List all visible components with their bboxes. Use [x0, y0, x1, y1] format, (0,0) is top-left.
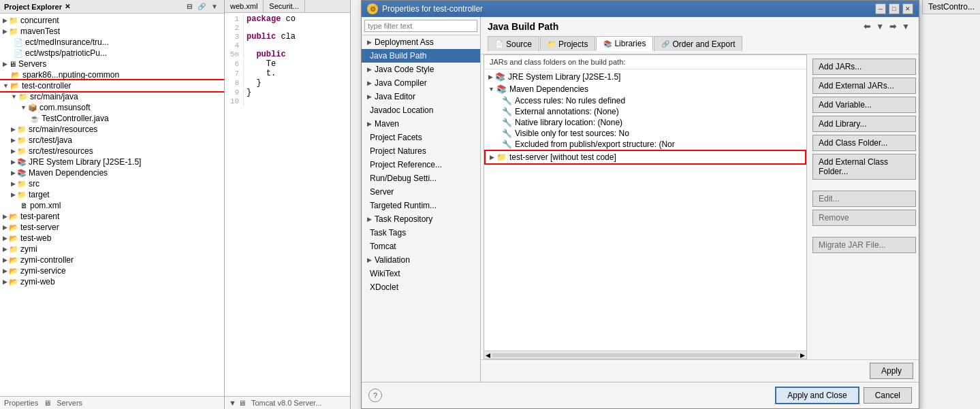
tab-order-export[interactable]: 🔗 Order and Export	[654, 36, 742, 51]
tree-item-target[interactable]: ▶ 📁 target	[0, 189, 224, 200]
down-arrow-icon[interactable]: ▼	[874, 21, 886, 32]
filter-item-deployment[interactable]: ▶ Deployment Ass	[362, 35, 480, 49]
remove-button[interactable]: Remove	[812, 210, 916, 226]
down-arrow2-icon[interactable]: ▼	[900, 21, 912, 32]
filter-item-java-editor[interactable]: ▶ Java Editor	[362, 90, 480, 103]
help-icon[interactable]: ?	[368, 389, 382, 402]
filter-input[interactable]	[364, 20, 477, 32]
filter-item-project-references[interactable]: Project Reference...	[362, 158, 480, 171]
external-annotations-item[interactable]: 🔧 External annotations: (None)	[484, 106, 806, 117]
tree-item-zymi-web[interactable]: ▶ 📂 zymi-web	[0, 276, 224, 287]
tree-item-com-msunsoft[interactable]: ▼ 📦 com.msunsoft	[0, 102, 224, 113]
code-text: }	[247, 88, 251, 97]
tree-item-src-test-res[interactable]: ▶ 📁 src/test/resources	[0, 146, 224, 157]
code-line-1: 1 package co	[225, 14, 350, 24]
filter-item-java-build-path[interactable]: Java Build Path	[362, 49, 480, 63]
tree-item-spark[interactable]: 📂 spark86...nputing-common	[0, 69, 224, 80]
excluded-publish-item[interactable]: 🔧 Excluded from publish/export structure…	[484, 139, 806, 150]
servers-tab[interactable]: Servers	[57, 399, 82, 407]
filter-item-label: Java Code Style	[375, 65, 434, 74]
add-jars-button[interactable]: Add JARs...	[812, 59, 916, 75]
tree-item-wstps[interactable]: 📄 ect/wstps/patrioticPu...	[0, 48, 224, 59]
add-variable-button[interactable]: Add Variable...	[812, 97, 916, 113]
forward-arrow-icon[interactable]: ➡	[887, 21, 898, 32]
migrate-jar-button[interactable]: Migrate JAR File...	[812, 237, 916, 253]
filter-item-project-natures[interactable]: Project Natures	[362, 144, 480, 158]
filter-item-javadoc[interactable]: Javadoc Location	[362, 103, 480, 117]
cancel-button[interactable]: Cancel	[864, 387, 912, 404]
collapse-all-icon[interactable]: ⊟	[185, 2, 194, 11]
tree-item-test-server[interactable]: ▶ 📂 test-server	[0, 222, 224, 233]
filter-item-xdoclet[interactable]: XDoclet	[362, 280, 480, 294]
edit-button[interactable]: Edit...	[812, 191, 916, 207]
add-external-jars-button[interactable]: Add External JARs...	[812, 78, 916, 94]
libraries-tab-icon: 📚	[603, 40, 612, 48]
tab-libraries[interactable]: 📚 Libraries	[596, 36, 653, 51]
jre-library-item[interactable]: ▶ 📚 JRE System Library [J2SE-1.5]	[484, 71, 806, 83]
filter-item-server[interactable]: Server	[362, 185, 480, 199]
add-external-class-folder-button[interactable]: Add External Class Folder...	[812, 154, 916, 180]
tree-item-zymi-service[interactable]: ▶ 📂 zymi-service	[0, 265, 224, 276]
source-tab-icon: 📄	[495, 40, 503, 48]
tab-securit[interactable]: Securit...	[264, 0, 304, 12]
filter-item-project-facets[interactable]: Project Facets	[362, 131, 480, 144]
filter-item-task-repository[interactable]: ▶ Task Repository	[362, 212, 480, 226]
tree-item-jre[interactable]: ▶ 📚 JRE System Library [J2SE-1.5]	[0, 157, 224, 167]
tree-item-zymi[interactable]: ▶ 📁 zymi	[0, 244, 224, 255]
tree-item-concurrent[interactable]: ▶ 📁 concurrent	[0, 15, 224, 26]
tree-item-src-main-res[interactable]: ▶ 📁 src/main/resources	[0, 124, 224, 135]
tree-item-maventest[interactable]: ▶ 📁 mavenTest	[0, 26, 224, 37]
tree-item-servers[interactable]: ▶ 🖥 Servers	[0, 59, 224, 69]
filter-item-tomcat[interactable]: Tomcat	[362, 240, 480, 253]
visible-test-item[interactable]: 🔧 Visible only for test sources: No	[484, 128, 806, 139]
tree-item-src-test-java[interactable]: ▶ 📁 src/test/java	[0, 135, 224, 146]
add-library-button[interactable]: Add Library...	[812, 116, 916, 132]
scroll-right-icon[interactable]: ▶	[800, 352, 805, 359]
filter-item-label: Java Editor	[375, 92, 415, 101]
tree-item-label: test-parent	[20, 212, 59, 221]
native-library-item[interactable]: 🔧 Native library location: (None)	[484, 117, 806, 128]
horizontal-scrollbar[interactable]: ◀ ▶	[484, 350, 806, 359]
code-line-3: 3 public cla	[225, 32, 350, 42]
access-rules-item[interactable]: 🔧 Access rules: No rules defined	[484, 95, 806, 106]
test-server-item[interactable]: ▶ 📁 test-server [without test code]	[486, 151, 805, 163]
link-with-editor-icon[interactable]: 🔗	[195, 2, 208, 11]
close-icon[interactable]: ✕	[65, 3, 70, 10]
scroll-track[interactable]	[492, 353, 799, 357]
properties-tab[interactable]: Properties	[4, 399, 38, 407]
maven-deps-item[interactable]: ▼ 📚 Maven Dependencies	[484, 83, 806, 95]
filter-item-run-debug[interactable]: Run/Debug Setti...	[362, 171, 480, 185]
tree-item-src-main-java[interactable]: ▼ 📁 src/main/java	[0, 91, 224, 102]
tree-item-testcontroller[interactable]: ☕ TestController.java	[0, 113, 224, 124]
tree-item-medinsurance[interactable]: 📄 ect/medInsurance/tru...	[0, 37, 224, 48]
filter-item-java-code-style[interactable]: ▶ Java Code Style	[362, 63, 480, 76]
tree-item-src[interactable]: ▶ 📁 src	[0, 178, 224, 189]
tree-item-test-parent[interactable]: ▶ 📂 test-parent	[0, 211, 224, 222]
filter-item-task-tags[interactable]: Task Tags	[362, 226, 480, 240]
tab-source[interactable]: 📄 Source	[488, 36, 539, 51]
filter-item-targeted-runtime[interactable]: Targeted Runtim...	[362, 199, 480, 212]
filter-item-maven[interactable]: ▶ Maven	[362, 117, 480, 131]
tree-item-maven-deps[interactable]: ▶ 📚 Maven Dependencies	[0, 167, 224, 178]
tree-item-pom[interactable]: 🗎 pom.xml	[0, 200, 224, 211]
tab-webxml[interactable]: web.xml	[225, 0, 264, 12]
add-class-folder-button[interactable]: Add Class Folder...	[812, 135, 916, 151]
apply-button[interactable]: Apply	[870, 363, 913, 379]
file-icon: 📄	[14, 49, 23, 58]
apply-and-close-button[interactable]: Apply and Close	[775, 387, 859, 404]
back-arrow-icon[interactable]: ⬅	[862, 21, 872, 32]
close-button[interactable]: ✕	[902, 3, 913, 14]
minimize-button[interactable]: ─	[875, 3, 886, 14]
tree-item-test-controller[interactable]: ▼ 📂 test-controller	[0, 80, 224, 91]
tree-item-zymi-controller[interactable]: ▶ 📂 zymi-controller	[0, 255, 224, 265]
filter-item-java-compiler[interactable]: ▶ Java Compiler	[362, 76, 480, 90]
view-menu-icon[interactable]: ▼	[209, 2, 220, 11]
maximize-button[interactable]: □	[889, 3, 900, 14]
filter-item-label: Server	[370, 187, 394, 197]
tab-projects[interactable]: 📁 Projects	[540, 36, 595, 51]
filter-item-wikitext[interactable]: WikiText	[362, 267, 480, 280]
tree-item-test-web[interactable]: ▶ 📂 test-web	[0, 233, 224, 244]
scroll-left-icon[interactable]: ◀	[486, 352, 490, 359]
code-line-7: 7 t.	[225, 69, 350, 78]
filter-item-validation[interactable]: ▶ Validation	[362, 253, 480, 267]
